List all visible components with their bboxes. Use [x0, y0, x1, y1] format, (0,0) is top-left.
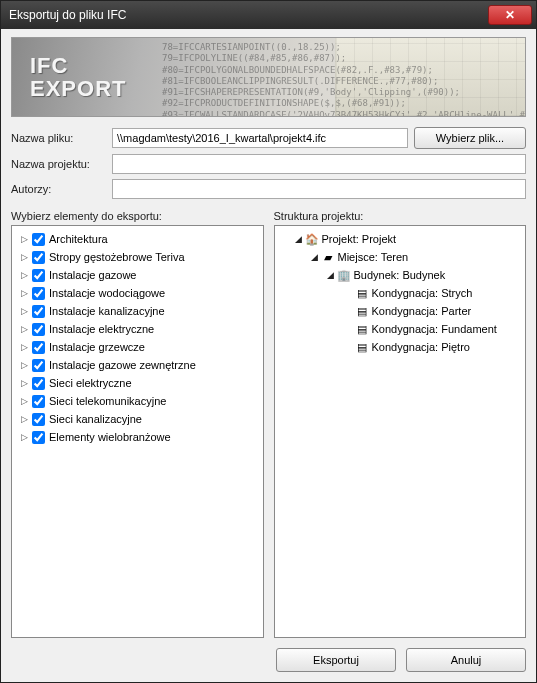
storey-label: Kondygnacja: Piętro	[372, 341, 470, 353]
tree-project[interactable]: ◢ 🏠 Projekt: Projekt	[277, 230, 524, 248]
export-checkbox[interactable]	[32, 431, 45, 444]
expander-icon[interactable]: ▷	[18, 395, 30, 407]
filename-input[interactable]	[112, 128, 408, 148]
close-icon: ✕	[505, 8, 515, 22]
building-label: Budynek: Budynek	[354, 269, 446, 281]
expander-icon[interactable]: ▷	[18, 251, 30, 263]
tree-storey[interactable]: ▤ Kondygnacja: Strych	[277, 284, 524, 302]
expander-icon[interactable]: ▷	[18, 287, 30, 299]
export-item-label: Sieci telekomunikacyjne	[49, 395, 166, 407]
export-checkbox[interactable]	[32, 413, 45, 426]
close-button[interactable]: ✕	[488, 5, 532, 25]
export-item-label: Instalacje gazowe zewnętrzne	[49, 359, 196, 371]
expander-icon[interactable]: ▷	[18, 377, 30, 389]
expander-icon[interactable]: ◢	[325, 269, 337, 281]
panels: Wybierz elementy do eksportu: ▷Architekt…	[11, 210, 526, 638]
window-title: Eksportuj do pliku IFC	[9, 8, 126, 22]
project-icon: 🏠	[305, 232, 319, 246]
export-item-label: Instalacje grzewcze	[49, 341, 145, 353]
tree-storey[interactable]: ▤ Kondygnacja: Piętro	[277, 338, 524, 356]
choose-file-button[interactable]: Wybierz plik...	[414, 127, 526, 149]
export-checkbox[interactable]	[32, 395, 45, 408]
storey-label: Kondygnacja: Strych	[372, 287, 473, 299]
site-label: Miejsce: Teren	[338, 251, 409, 263]
storey-label: Kondygnacja: Fundament	[372, 323, 497, 335]
dialog-content: 78=IFCCARTESIANPOINT((0.,18.25)); 79=IFC…	[1, 29, 536, 682]
export-checkbox[interactable]	[32, 359, 45, 372]
expander-icon[interactable]: ▷	[18, 413, 30, 425]
export-checkbox[interactable]	[32, 305, 45, 318]
projectname-label: Nazwa projektu:	[11, 158, 106, 170]
export-checkbox[interactable]	[32, 377, 45, 390]
authors-label: Autorzy:	[11, 183, 106, 195]
export-item-label: Instalacje gazowe	[49, 269, 136, 281]
expander-icon[interactable]: ◢	[309, 251, 321, 263]
banner-line2: EXPORT	[30, 77, 126, 100]
export-checkbox[interactable]	[32, 341, 45, 354]
authors-input[interactable]	[112, 179, 526, 199]
expander-icon[interactable]: ◢	[293, 233, 305, 245]
export-item[interactable]: ▷Sieci kanalizacyjne	[14, 410, 261, 428]
site-icon: ▰	[321, 250, 335, 264]
tree-building[interactable]: ◢ 🏢 Budynek: Budynek	[277, 266, 524, 284]
export-item[interactable]: ▷Stropy gęstożebrowe Teriva	[14, 248, 261, 266]
export-item-label: Stropy gęstożebrowe Teriva	[49, 251, 185, 263]
titlebar: Eksportuj do pliku IFC ✕	[1, 1, 536, 29]
export-item[interactable]: ▷Instalacje kanalizacyjne	[14, 302, 261, 320]
storey-icon: ▤	[355, 322, 369, 336]
storey-label: Kondygnacja: Parter	[372, 305, 472, 317]
expander-icon[interactable]: ▷	[18, 233, 30, 245]
filename-label: Nazwa pliku:	[11, 132, 106, 144]
structure-panel-label: Struktura projektu:	[274, 210, 527, 222]
export-item[interactable]: ▷Instalacje gazowe zewnętrzne	[14, 356, 261, 374]
export-item[interactable]: ▷Sieci elektryczne	[14, 374, 261, 392]
export-item[interactable]: ▷Elementy wielobranżowe	[14, 428, 261, 446]
tree-site[interactable]: ◢ ▰ Miejsce: Teren	[277, 248, 524, 266]
structure-panel: Struktura projektu: ◢ 🏠 Projekt: Projekt…	[274, 210, 527, 638]
banner-interior-graphic	[335, 38, 525, 116]
banner: 78=IFCCARTESIANPOINT((0.,18.25)); 79=IFC…	[11, 37, 526, 117]
building-icon: 🏢	[337, 268, 351, 282]
export-item[interactable]: ▷Instalacje grzewcze	[14, 338, 261, 356]
export-checkbox[interactable]	[32, 251, 45, 264]
export-checkbox[interactable]	[32, 233, 45, 246]
export-item[interactable]: ▷Architektura	[14, 230, 261, 248]
export-item[interactable]: ▷Instalacje elektryczne	[14, 320, 261, 338]
footer: Eksportuj Anuluj	[11, 638, 526, 672]
export-item-label: Elementy wielobranżowe	[49, 431, 171, 443]
projectname-input[interactable]	[112, 154, 526, 174]
tree-storey[interactable]: ▤ Kondygnacja: Parter	[277, 302, 524, 320]
export-item[interactable]: ▷Sieci telekomunikacyjne	[14, 392, 261, 410]
export-checkbox[interactable]	[32, 323, 45, 336]
banner-title: IFC EXPORT	[30, 54, 126, 100]
export-panel: Wybierz elementy do eksportu: ▷Architekt…	[11, 210, 264, 638]
cancel-button[interactable]: Anuluj	[406, 648, 526, 672]
export-item-label: Architektura	[49, 233, 108, 245]
expander-icon[interactable]: ▷	[18, 431, 30, 443]
storey-icon: ▤	[355, 286, 369, 300]
export-item[interactable]: ▷Instalacje gazowe	[14, 266, 261, 284]
export-item-label: Sieci elektryczne	[49, 377, 132, 389]
project-label: Projekt: Projekt	[322, 233, 397, 245]
expander-icon[interactable]: ▷	[18, 341, 30, 353]
export-item-label: Instalacje elektryczne	[49, 323, 154, 335]
export-tree[interactable]: ▷Architektura▷Stropy gęstożebrowe Teriva…	[11, 225, 264, 638]
export-button[interactable]: Eksportuj	[276, 648, 396, 672]
export-item-label: Instalacje wodociągowe	[49, 287, 165, 299]
tree-storey[interactable]: ▤ Kondygnacja: Fundament	[277, 320, 524, 338]
storey-icon: ▤	[355, 304, 369, 318]
export-checkbox[interactable]	[32, 269, 45, 282]
form: Nazwa pliku: Wybierz plik... Nazwa proje…	[11, 127, 526, 204]
export-item-label: Instalacje kanalizacyjne	[49, 305, 165, 317]
export-item-label: Sieci kanalizacyjne	[49, 413, 142, 425]
export-checkbox[interactable]	[32, 287, 45, 300]
structure-tree[interactable]: ◢ 🏠 Projekt: Projekt ◢ ▰ Miejsce: Teren …	[274, 225, 527, 638]
export-item[interactable]: ▷Instalacje wodociągowe	[14, 284, 261, 302]
storey-icon: ▤	[355, 340, 369, 354]
expander-icon[interactable]: ▷	[18, 269, 30, 281]
expander-icon[interactable]: ▷	[18, 305, 30, 317]
expander-icon[interactable]: ▷	[18, 323, 30, 335]
dialog-window: Eksportuj do pliku IFC ✕ 78=IFCCARTESIAN…	[0, 0, 537, 683]
expander-icon[interactable]: ▷	[18, 359, 30, 371]
banner-line1: IFC	[30, 54, 126, 77]
